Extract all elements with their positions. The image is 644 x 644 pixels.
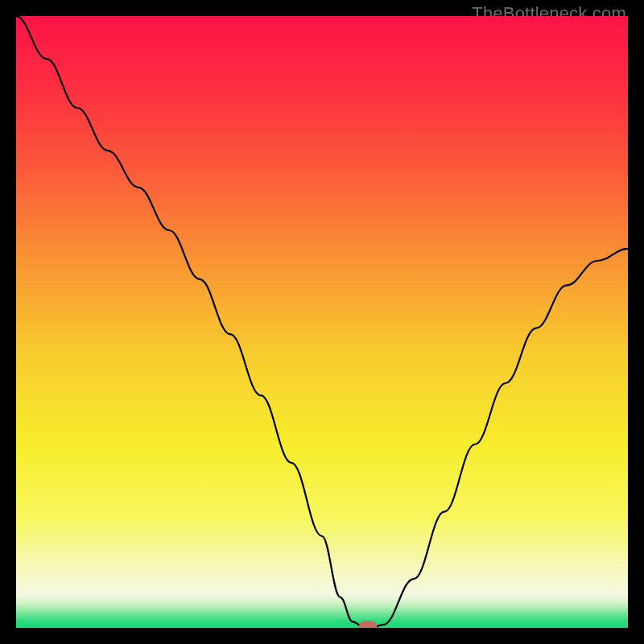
gradient-background [16, 16, 628, 628]
data-marker [359, 621, 377, 628]
svg-rect-0 [16, 16, 628, 628]
chart-container: TheBottleneck.com [0, 0, 644, 644]
plot-area [16, 16, 628, 628]
